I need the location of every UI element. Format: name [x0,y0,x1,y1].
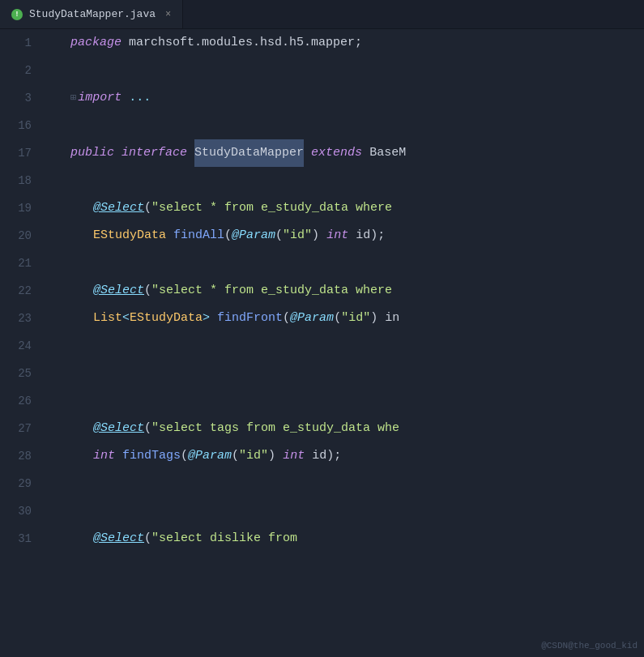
line-num-31: 31 [6,525,32,552]
line-num-1: 1 [6,29,32,57]
line-num-3: 3 [6,84,32,112]
code-line-30 [48,497,644,525]
code-line-19: @Select ( "select * from e_study_data wh… [48,194,644,222]
code-line-16 [48,112,644,139]
line-num-26: 26 [6,387,32,415]
code-line-29 [48,470,644,497]
code-line-2 [48,57,644,84]
code-line-20: EStudyData findAll ( @Param ( "id" ) int… [48,222,644,250]
code-line-21 [48,250,644,277]
line-num-30: 30 [6,497,32,525]
code-line-25 [48,360,644,387]
tab-icon: ! [11,9,23,20]
editor-body: 1 2 3 16 17 18 19 20 21 22 23 24 25 26 2… [0,29,644,657]
line-num-28: 28 [6,442,32,470]
line-num-2: 2 [6,57,32,84]
code-line-24 [48,332,644,360]
tab-bar: ! StudyDataMapper.java × [0,0,644,29]
line-num-17: 17 [6,139,32,167]
code-line-3: ⊞ import ... [48,84,644,112]
line-num-24: 24 [6,332,32,360]
line-num-16: 16 [6,112,32,139]
tab-studydatamapper[interactable]: ! StudyDataMapper.java × [0,0,183,28]
line-num-25: 25 [6,360,32,387]
watermark: @CSDN@the_good_kid [541,641,638,651]
code-line-28: int findTags ( @Param ( "id" ) int id); [48,442,644,470]
line-numbers: 1 2 3 16 17 18 19 20 21 22 23 24 25 26 2… [0,29,45,657]
code-line-22: @Select ( "select * from e_study_data wh… [48,277,644,305]
line-num-29: 29 [6,470,32,497]
tab-close[interactable]: × [165,9,171,20]
line-num-21: 21 [6,250,32,277]
code-line-31: @Select ( "select dislike from [48,525,644,552]
line-num-22: 22 [6,277,32,305]
tab-filename: StudyDataMapper.java [29,8,156,20]
line-num-23: 23 [6,305,32,332]
line-num-27: 27 [6,415,32,442]
code-line-23: List < EStudyData > findFront ( @Param (… [48,305,644,332]
code-area: package marchsoft.modules.hsd.h5.mapper;… [45,29,644,657]
code-line-17: public interface StudyDataMapper extends… [48,139,644,167]
code-line-1: package marchsoft.modules.hsd.h5.mapper; [48,29,644,57]
line-num-20: 20 [6,222,32,250]
code-line-26 [48,387,644,415]
line-num-18: 18 [6,167,32,194]
code-line-18 [48,167,644,194]
line-num-19: 19 [6,194,32,222]
code-line-27: @Select ( "select tags from e_study_data… [48,415,644,442]
